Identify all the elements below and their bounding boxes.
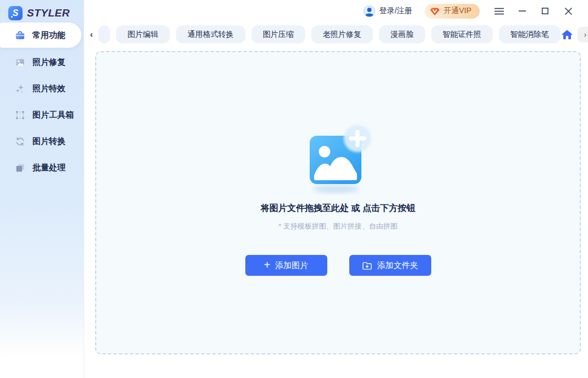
feature-tabbar: ‹ 图片编辑 通用格式转换 图片压缩 老照片修复 漫画脸 智能证件照 智能消除笔… <box>84 22 588 47</box>
tabs-scroll-right-button[interactable]: › <box>578 27 588 42</box>
maximize-button[interactable] <box>534 3 557 19</box>
sidebar-item-image-toolbox[interactable]: 图片工具箱 <box>0 102 84 128</box>
photo-repair-icon <box>15 57 25 68</box>
avatar-icon <box>363 5 376 18</box>
briefcase-icon <box>15 30 25 41</box>
home-button[interactable] <box>560 26 574 43</box>
tab-format-convert[interactable]: 通用格式转换 <box>176 25 245 43</box>
tab-partial-clipped[interactable] <box>98 25 110 43</box>
sidebar-item-photo-repair[interactable]: 照片修复 <box>0 49 84 75</box>
sidebar-item-photo-effects[interactable]: 照片特效 <box>0 75 84 102</box>
add-image-label: 添加图片 <box>275 260 308 271</box>
sidebar: S STYLER 常用功能 <box>0 0 84 378</box>
hamburger-icon <box>494 8 504 15</box>
dropzone-buttons: + 添加图片 添加文件夹 <box>245 255 431 276</box>
login-label: 登录/注册 <box>380 6 413 16</box>
tab-image-compress[interactable]: 图片压缩 <box>251 25 305 43</box>
add-folder-button[interactable]: 添加文件夹 <box>349 255 431 276</box>
chevron-right-icon: › <box>584 30 587 39</box>
add-image-button[interactable]: + 添加图片 <box>245 255 327 276</box>
sidebar-item-label: 批量处理 <box>32 163 65 173</box>
minimize-button[interactable] <box>510 3 534 19</box>
add-image-illustration-icon <box>302 123 375 195</box>
image-convert-icon <box>15 136 25 147</box>
maximize-icon <box>542 8 548 14</box>
sidebar-item-label: 照片特效 <box>32 84 65 94</box>
sidebar-item-label: 照片修复 <box>32 57 65 68</box>
sidebar-item-batch-process[interactable]: 批量处理 <box>0 154 84 181</box>
chevron-left-icon: ‹ <box>90 29 93 40</box>
sidebar-item-label: 常用功能 <box>32 30 65 41</box>
vip-label: 开通VIP <box>443 6 471 16</box>
window-controls <box>487 3 580 19</box>
app-title: STYLER <box>27 7 70 19</box>
image-dropzone[interactable]: 将图片文件拖拽至此处 或 点击下方按钮 * 支持模板拼图、图片拼接、自由拼图 +… <box>95 51 581 354</box>
add-folder-label: 添加文件夹 <box>377 260 419 271</box>
tab-cartoon-face[interactable]: 漫画脸 <box>379 25 425 43</box>
plus-icon: + <box>264 259 271 270</box>
login-register[interactable]: 登录/注册 <box>363 5 413 18</box>
open-vip-button[interactable]: 开通VIP <box>425 4 480 19</box>
batch-process-icon <box>15 163 25 173</box>
photo-effects-icon <box>15 84 25 94</box>
logo-icon: S <box>8 6 23 20</box>
sidebar-item-label: 图片转换 <box>32 136 65 147</box>
home-icon <box>560 28 574 41</box>
close-icon <box>565 8 572 15</box>
sidebar-item-label: 图片工具箱 <box>32 110 74 120</box>
tab-id-photo[interactable]: 智能证件照 <box>431 25 493 43</box>
dropzone-title: 将图片文件拖拽至此处 或 点击下方按钮 <box>261 203 415 214</box>
tab-smart-eraser[interactable]: 智能消除笔 <box>499 25 560 43</box>
main-area: 登录/注册 开通VIP <box>84 0 588 378</box>
sidebar-item-image-convert[interactable]: 图片转换 <box>0 128 84 154</box>
app-window: S STYLER 常用功能 <box>0 0 588 378</box>
menu-button[interactable] <box>487 3 510 19</box>
close-button[interactable] <box>557 3 580 19</box>
dropzone-subtitle: * 支持模板拼图、图片拼接、自由拼图 <box>278 221 398 231</box>
titlebar: 登录/注册 开通VIP <box>84 0 588 22</box>
minimize-icon <box>519 10 526 12</box>
vip-gem-icon <box>430 6 440 16</box>
tabs-scroll-left-button[interactable]: ‹ <box>87 28 96 41</box>
sidebar-nav: 常用功能 照片修复 <box>0 23 84 181</box>
tab-old-photo-repair[interactable]: 老照片修复 <box>311 25 373 43</box>
image-toolbox-icon <box>15 110 25 120</box>
sidebar-item-common-functions[interactable]: 常用功能 <box>0 23 81 48</box>
folder-plus-icon <box>362 261 372 270</box>
content-area: 将图片文件拖拽至此处 或 点击下方按钮 * 支持模板拼图、图片拼接、自由拼图 +… <box>84 47 588 378</box>
tab-image-edit[interactable]: 图片编辑 <box>116 25 170 43</box>
app-logo: S STYLER <box>0 0 84 21</box>
